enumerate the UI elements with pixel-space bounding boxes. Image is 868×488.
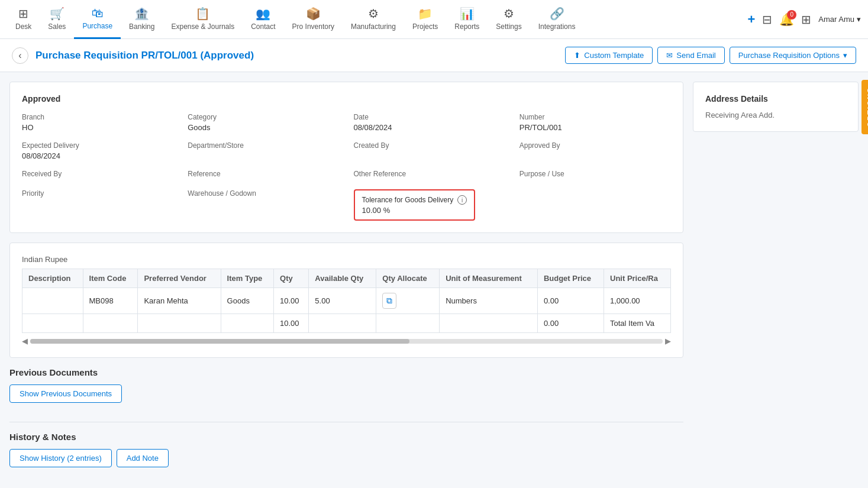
col-preferred-vendor: Preferred Vendor <box>138 269 221 288</box>
currency-label: Indian Rupee <box>22 255 671 264</box>
add-note-button[interactable]: Add Note <box>117 449 169 467</box>
nav-sales[interactable]: 🛒 Sales <box>40 0 74 39</box>
items-table: Description Item Code Preferred Vendor I… <box>22 269 671 333</box>
col-qty-allocate: Qty Allocate <box>376 269 440 288</box>
nav-contact[interactable]: 👥 Contact <box>243 0 283 39</box>
col-unit-price: Unit Price/Ra <box>604 269 671 288</box>
table-scrollbar-thumb <box>30 339 409 344</box>
table-wrapper[interactable]: Description Item Code Preferred Vendor I… <box>22 269 671 333</box>
custom-template-button[interactable]: ⬆ Custom Template <box>565 47 653 64</box>
total-empty-1 <box>22 314 83 333</box>
previous-documents-section: Previous Documents Show Previous Documen… <box>9 367 683 412</box>
cell-available-qty: 5.00 <box>309 288 376 314</box>
table-body: MB098 Karan Mehta Goods 10.00 5.00 ⧉ Num… <box>22 288 671 333</box>
email-icon: ✉ <box>666 51 673 60</box>
table-scrollbar[interactable] <box>30 339 663 344</box>
created-by-field: Created By <box>354 141 505 160</box>
category-field: Category Goods <box>188 113 339 132</box>
nav-purchase-label: Purchase <box>82 22 112 30</box>
expected-delivery-value: 08/08/2024 <box>22 151 173 160</box>
show-history-button[interactable]: Show History (2 entries) <box>9 449 112 467</box>
col-budget-price: Budget Price <box>537 269 604 288</box>
address-title: Address Details <box>705 94 846 104</box>
nav-expense-label: Expense & Journals <box>171 22 234 31</box>
nav-desk[interactable]: ⊞ Desk <box>7 0 40 39</box>
total-unit-price: Total Item Va <box>604 314 671 333</box>
purpose-label: Purpose / Use <box>519 170 671 178</box>
grid-view-button[interactable]: ⊟ <box>762 12 772 27</box>
tolerance-info-icon[interactable]: i <box>457 195 467 205</box>
reports-icon: 📊 <box>460 7 475 21</box>
history-title: History & Notes <box>9 432 683 442</box>
reference-label: Reference <box>188 170 339 178</box>
purchase-icon: 🛍 <box>92 7 104 20</box>
scroll-right-icon[interactable]: ▶ <box>665 337 671 345</box>
nav-reports[interactable]: 📊 Reports <box>446 0 488 39</box>
apps-button[interactable]: ⊞ <box>801 12 811 27</box>
manufacturing-icon: ⚙ <box>368 7 379 21</box>
number-label: Number <box>519 113 671 121</box>
cell-budget-price: 0.00 <box>537 288 604 314</box>
nav-right-actions: + ⊟ 🔔 0 ⊞ Amar Amu ▾ <box>747 12 861 27</box>
cell-unit-price: 1,000.00 <box>604 288 671 314</box>
approved-by-field: Approved By <box>519 141 671 160</box>
branch-value: HO <box>22 123 173 132</box>
category-label: Category <box>188 113 339 121</box>
total-empty-7 <box>440 314 538 333</box>
show-previous-documents-button[interactable]: Show Previous Documents <box>9 384 122 403</box>
received-by-field: Received By <box>22 170 173 180</box>
number-value: PR/TOL/001 <box>519 123 671 132</box>
purchase-requisition-options-button[interactable]: Purchase Requisition Options ▾ <box>730 47 856 64</box>
history-notes-section: History & Notes Show History (2 entries)… <box>9 432 683 467</box>
right-panel: Address Details Receiving Area Add. OPTI… <box>693 82 859 467</box>
header-actions: ⬆ Custom Template ✉ Send Email Purchase … <box>565 47 856 64</box>
total-empty-4 <box>221 314 273 333</box>
nav-contact-label: Contact <box>251 22 275 31</box>
table-row: MB098 Karan Mehta Goods 10.00 5.00 ⧉ Num… <box>22 288 671 314</box>
nav-settings[interactable]: ⚙ Settings <box>488 0 530 39</box>
receiving-area-label: Receiving Area Add. <box>705 111 846 119</box>
sales-icon: 🛒 <box>50 7 64 21</box>
nav-integrations[interactable]: 🔗 Integrations <box>530 0 584 39</box>
previous-documents-title: Previous Documents <box>9 367 683 377</box>
top-nav: ⊞ Desk 🛒 Sales 🛍 Purchase 🏦 Banking 📋 Ex… <box>0 0 868 39</box>
nav-inventory-label: Pro Inventory <box>292 22 334 31</box>
send-email-button[interactable]: ✉ Send Email <box>657 47 724 64</box>
other-reference-field: Other Reference <box>354 170 505 180</box>
nav-manufacturing[interactable]: ⚙ Manufacturing <box>343 0 404 39</box>
nav-projects-label: Projects <box>412 22 438 31</box>
allocate-button[interactable]: ⧉ <box>382 293 396 309</box>
date-value: 08/08/2024 <box>354 123 505 132</box>
branch-field: Branch HO <box>22 113 173 132</box>
back-button[interactable]: ‹ <box>12 47 28 64</box>
user-name: Amar Amu <box>818 15 854 24</box>
options-ribbon[interactable]: OPTIONS <box>861 79 868 134</box>
cell-description <box>22 288 83 314</box>
form-card: Approved Branch HO Category Goods Date 0… <box>9 82 683 233</box>
cell-uom: Numbers <box>440 288 538 314</box>
divider <box>9 422 683 422</box>
nav-pro-inventory[interactable]: 📦 Pro Inventory <box>284 0 343 39</box>
history-actions: Show History (2 entries) Add Note <box>9 449 683 467</box>
template-icon: ⬆ <box>574 51 580 60</box>
nav-banking[interactable]: 🏦 Banking <box>121 0 163 39</box>
nav-projects[interactable]: 📁 Projects <box>404 0 446 39</box>
notification-button[interactable]: 🔔 0 <box>779 12 794 27</box>
col-item-code: Item Code <box>83 269 138 288</box>
desk-icon: ⊞ <box>18 7 28 21</box>
cell-qty-allocate[interactable]: ⧉ <box>376 288 440 314</box>
left-panel: Approved Branch HO Category Goods Date 0… <box>9 82 683 467</box>
nav-purchase[interactable]: 🛍 Purchase <box>74 0 121 39</box>
user-menu[interactable]: Amar Amu ▾ <box>818 15 861 24</box>
banking-icon: 🏦 <box>134 7 149 21</box>
integrations-icon: 🔗 <box>550 7 564 21</box>
warehouse-label: Warehouse / Godown <box>188 189 339 198</box>
options-label: Purchase Requisition Options <box>738 51 840 60</box>
cell-preferred-vendor: Karan Mehta <box>138 288 221 314</box>
department-label: Department/Store <box>188 141 339 150</box>
category-value: Goods <box>188 123 339 132</box>
status-label: Approved <box>22 94 671 104</box>
add-button[interactable]: + <box>747 12 755 27</box>
nav-expense[interactable]: 📋 Expense & Journals <box>163 0 243 39</box>
scroll-left-icon[interactable]: ◀ <box>22 337 28 345</box>
